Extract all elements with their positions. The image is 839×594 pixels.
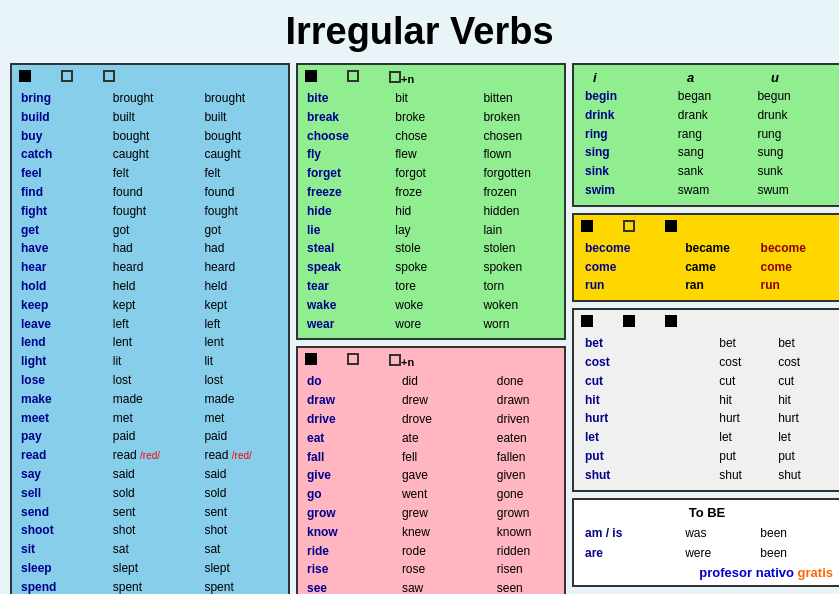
verb-base: steal [305, 239, 393, 258]
col2-top-table: bitebitbittenbreakbrokebrokenchoosechose… [305, 89, 557, 333]
verb-past: froze [393, 183, 481, 202]
verb-past: shot [111, 521, 203, 540]
verb-pp: made [202, 390, 281, 409]
verb-pp: fallen [495, 448, 557, 467]
become-header [581, 220, 833, 235]
verb-past: rode [400, 542, 495, 561]
verb-pp: risen [495, 560, 557, 579]
verb-base: spend [19, 578, 111, 594]
become-cell: ran [681, 276, 756, 295]
bet-cell: bet [581, 334, 715, 353]
verb-base: fight [19, 202, 111, 221]
tobe-table: am / iswasbeenarewerebeen [581, 523, 833, 563]
verb-pp: kept [202, 296, 281, 315]
bet-cell: put [715, 447, 774, 466]
verb-pp: sent [202, 503, 281, 522]
bet-cell: bet [774, 334, 833, 353]
become-cell: came [681, 258, 756, 277]
bet-cell: cost [581, 353, 715, 372]
verb-past: read /red/ [111, 446, 203, 465]
bet-cell: hurt [774, 409, 833, 428]
col1-h1 [19, 70, 31, 85]
iau-cell: sink [581, 162, 674, 181]
verb-base: hide [305, 202, 393, 221]
verb-past: chose [393, 127, 481, 146]
verb-pp: caught [202, 145, 281, 164]
verb-pp: paid [202, 427, 281, 446]
verb-base: sell [19, 484, 111, 503]
verb-past: felt [111, 164, 203, 183]
verb-past: ate [400, 429, 495, 448]
iau-i: i [593, 70, 663, 85]
tobe-cell: were [681, 543, 756, 563]
verb-pp: lain [481, 221, 557, 240]
brand-text2: gratis [798, 565, 833, 580]
bet-cell: put [581, 447, 715, 466]
verb-pp: gone [495, 485, 557, 504]
col1-table: bringbroughtbroughtbuildbuiltbuiltbuybou… [19, 89, 281, 594]
verb-pp: known [495, 523, 557, 542]
verb-past: caught [111, 145, 203, 164]
verb-past: broke [393, 108, 481, 127]
verb-past: drove [400, 410, 495, 429]
verb-pp: slept [202, 559, 281, 578]
bet-cell: hurt [715, 409, 774, 428]
verb-pp: heard [202, 258, 281, 277]
verb-base: feel [19, 164, 111, 183]
verb-base: drive [305, 410, 400, 429]
verb-pp: done [495, 372, 557, 391]
verb-base: have [19, 239, 111, 258]
verb-base: say [19, 465, 111, 484]
iau-cell: sunk [753, 162, 833, 181]
verb-base: do [305, 372, 400, 391]
bet-cell: hit [715, 391, 774, 410]
verb-past: slept [111, 559, 203, 578]
tobe-title: To BE [581, 505, 833, 520]
verb-pp: bitten [481, 89, 557, 108]
verb-past: held [111, 277, 203, 296]
tobe-cell: am / is [581, 523, 681, 543]
verb-pp: got [202, 221, 281, 240]
verb-past: made [111, 390, 203, 409]
verb-base: give [305, 466, 400, 485]
verb-past: lost [111, 371, 203, 390]
verb-base: lend [19, 333, 111, 352]
iau-cell: swim [581, 181, 674, 200]
verb-base: catch [19, 145, 111, 164]
verb-past: stole [393, 239, 481, 258]
bet-cell: bet [715, 334, 774, 353]
verb-past: found [111, 183, 203, 202]
verb-past: flew [393, 145, 481, 164]
verb-base: speak [305, 258, 393, 277]
become-cell: come [757, 258, 833, 277]
bet-cell: cost [774, 353, 833, 372]
verb-base: freeze [305, 183, 393, 202]
verb-pp: grown [495, 504, 557, 523]
verb-base: draw [305, 391, 400, 410]
verb-pp: fought [202, 202, 281, 221]
branding: profesor nativo gratis [581, 565, 833, 580]
verb-base: pay [19, 427, 111, 446]
verb-base: grow [305, 504, 400, 523]
verb-base: get [19, 221, 111, 240]
become-cell: run [581, 276, 681, 295]
iau-header: i a u [581, 70, 833, 85]
become-cell: become [581, 239, 681, 258]
verb-base: rise [305, 560, 400, 579]
bet-cell: put [774, 447, 833, 466]
iau-cell: sang [674, 143, 754, 162]
verb-past: tore [393, 277, 481, 296]
bet-cell: let [774, 428, 833, 447]
verb-past: sent [111, 503, 203, 522]
verb-base: wear [305, 315, 393, 334]
bet-cell: hurt [581, 409, 715, 428]
bet-cell: cut [774, 372, 833, 391]
verb-pp: ridden [495, 542, 557, 561]
col3-iau-box: i a u beginbeganbegundrinkdrankdrunkring… [572, 63, 839, 207]
bet-cell: shut [581, 466, 715, 485]
verb-pp: held [202, 277, 281, 296]
verb-pp: left [202, 315, 281, 334]
verb-base: hear [19, 258, 111, 277]
verb-base: meet [19, 409, 111, 428]
bet-table: betbetbetcostcostcostcutcutcuthithithith… [581, 334, 833, 484]
